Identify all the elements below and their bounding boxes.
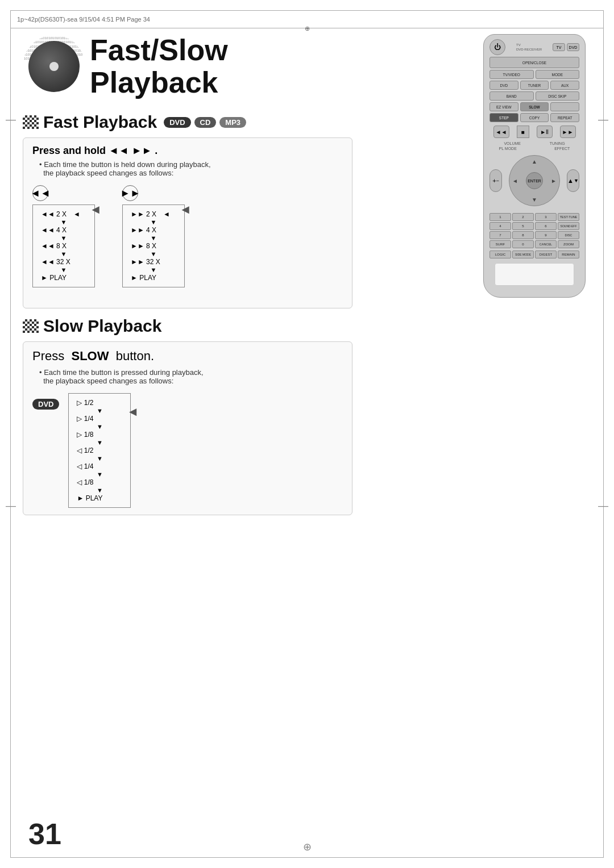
fast-instruction-title: Press and hold ◄◄ ►► . [32,145,343,157]
stop-btn[interactable]: ■ [517,126,529,138]
fast-section-title: Fast Playback [43,112,157,132]
remote-dvd-btn[interactable]: DVD [567,43,579,51]
repeat-btn[interactable]: REPEAT [550,113,579,122]
num-6[interactable]: 6 [535,222,557,230]
rew-btn-icon: ◄◄ [32,185,48,201]
remote-tv-btn[interactable]: TV [553,43,565,51]
vol-control[interactable]: +− [489,169,502,192]
slow-instruction-detail: • Each time the button is pressed during… [39,368,343,385]
disc-btn[interactable]: DISC [558,231,579,239]
sound-eff-btn[interactable]: SOUND·EFF [558,222,579,230]
slow-section-title: Slow Playback [43,316,161,336]
rew-speed-1: ◄◄ 2 X ◄ [41,210,86,218]
ffw-bracket: ◄ [179,202,192,217]
nav-down-arrow[interactable]: ▼ [532,197,537,203]
ffw-speed-1: ►► 2 X ◄ [131,210,176,218]
slow-diagram-wrapper: ▷ 1/2 ▼ ▷ 1/4 ▼ ▷ 1/8 ▼ ◁ 1/2 [68,393,131,508]
slow-speed-3: ▷ 1/8 [77,431,122,439]
remote-tv-dvd-labels: TV DVD·RECEIVER [516,43,542,51]
remote-row-slow: EZ VIEW SLOW [489,102,579,111]
zoom-btn[interactable]: ZOOM [558,240,579,248]
slow-instruction-box: Press SLOW button. • Each time the butto… [23,341,352,515]
tuner-btn[interactable]: TUNER [520,81,549,90]
ezview-btn[interactable]: EZ VIEW [489,102,518,111]
slow-speed-6: ◁ 1/8 [77,478,122,486]
disc-skip-btn[interactable]: DISC SKIP [536,91,580,101]
ffw-arrow-dn2: ▼ [131,235,176,241]
slow-dvd-badge: DVD [32,399,59,410]
ffw-arrow-dn4: ▼ [131,266,176,273]
badge-cd: CD [194,117,217,128]
num-2[interactable]: 2 [512,213,534,221]
page-title: Fast/Slow Playback [90,34,352,99]
remote-numpad: 1 2 3 TEST·TUNE 4 5 6 SOUND·EFF 7 8 9 DI… [489,213,579,248]
remain-btn[interactable]: REMAIN [558,251,579,258]
remote-row-mode: TV/VIDEO MODE [489,70,579,79]
nav-right-arrow[interactable]: ► [551,178,557,184]
open-close-btn[interactable]: OPEN/CLOSE [489,57,579,68]
nav-enter-btn[interactable]: ENTER [526,172,543,189]
remote: ⏻ TV DVD·RECEIVER TV DVD OPEN/CLOSE TV/V… [483,34,586,298]
ffw-speed-3: ►► 8 X [131,242,176,250]
rew-speed-3: ◄◄ 8 X [41,242,86,250]
main-content: 0101010101010101010101010101010101010101… [23,34,352,523]
remote-container: ⏻ TV DVD·RECEIVER TV DVD OPEN/CLOSE TV/V… [483,34,597,298]
slow-speed-2: ▷ 1/4 [77,415,122,423]
crosshair-bottom: ⊕ [303,841,312,853]
ffw-transport-btn[interactable]: ►► [560,126,576,138]
num-5[interactable]: 5 [512,222,534,230]
num-8[interactable]: 8 [512,231,534,239]
tuning-control[interactable]: ▲▼ [567,169,579,192]
fast-instruction-detail: • Each time the button is held down duri… [39,160,343,177]
remote-tv-dvd-btns: TV DVD [553,43,579,51]
disc-icon: 0101010101010101010101010101010101010101… [23,35,85,98]
step-btn[interactable]: STEP [489,113,518,122]
remote-ir-area [495,263,574,286]
nav-circle[interactable]: ▲ ▼ ◄ ► ENTER [509,155,560,206]
slow-btn[interactable]: SLOW [520,102,549,111]
num-4[interactable]: 4 [489,222,511,230]
num-1[interactable]: 1 [489,213,511,221]
num-0[interactable]: 0 [512,240,534,248]
side-mode-btn[interactable]: SIDE MODE [512,251,534,258]
rew-arrow-dn4: ▼ [41,266,86,273]
surf-btn[interactable]: SURF [489,240,511,248]
slow-section: Slow Playback Press SLOW button. • Each … [23,316,352,515]
num-7[interactable]: 7 [489,231,511,239]
mode-btn[interactable]: MODE [536,70,580,79]
rew-arrow-dn3: ▼ [41,251,86,257]
num-3[interactable]: 3 [535,213,557,221]
badge-dvd: DVD [164,117,190,128]
slow-speed-1: ▷ 1/2 [77,399,122,407]
aux-btn[interactable]: AUX [550,81,579,90]
header-text: 1p~42p(DS630T)-sea 9/15/04 4:51 PM Page … [17,16,150,23]
nav-left-arrow[interactable]: ◄ [512,178,518,184]
copy-btn[interactable]: COPY [520,113,549,122]
fast-instruction-box: Press and hold ◄◄ ►► . • Each time the b… [23,137,352,308]
rew-play: ► PLAY [41,274,86,282]
title-section: 0101010101010101010101010101010101010101… [23,34,352,99]
test-tune-btn[interactable]: TEST·TUNE [558,213,579,221]
ffw-speed-4: ►► 32 X [131,258,176,266]
play-pause-btn[interactable]: ►ll [537,126,553,138]
fast-section-header: Fast Playback DVD CD MP3 [23,112,352,132]
remote-transport: ◄◄ ■ ►ll ►► [489,126,579,138]
digest-btn[interactable]: DIGEST [535,251,557,258]
num-9[interactable]: 9 [535,231,557,239]
rew-transport-btn[interactable]: ◄◄ [493,126,509,138]
ffw-btn-icon: ►► [122,185,138,201]
slow-section-header: Slow Playback [23,316,352,336]
rew-speed-4: ◄◄ 32 X [41,258,86,266]
crosshair-left-bot: — [6,500,16,512]
crosshair-right-bot: — [598,500,608,512]
remote-power-btn[interactable]: ⏻ [489,39,505,55]
dvd-src-btn[interactable]: DVD [489,81,518,90]
rew-bracket: ◄ [89,202,102,217]
nav-up-arrow[interactable]: ▲ [532,158,537,165]
rew-arrow-dn2: ▼ [41,235,86,241]
cancel-btn[interactable]: CANCEL [535,240,557,248]
band-btn[interactable]: BAND [489,91,534,101]
tv-video-btn[interactable]: TV/VIDEO [489,70,534,79]
empty-btn1 [550,102,579,111]
logic-btn[interactable]: LOGIC [489,251,511,258]
